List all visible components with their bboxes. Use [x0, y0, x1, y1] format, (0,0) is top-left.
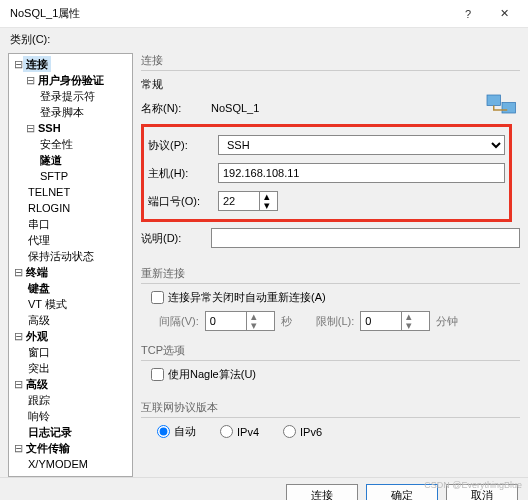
- host-label: 主机(H):: [148, 166, 218, 181]
- protocol-label: 协议(P):: [148, 138, 218, 153]
- reconnect-group: 重新连接 连接异常关闭时自动重新连接(A) 间隔(V): ▴▾ 秒 限制(L):…: [141, 266, 520, 331]
- tree-highlight[interactable]: 突出: [25, 360, 53, 376]
- category-label: 类别(C):: [0, 28, 528, 47]
- tree-advanced2[interactable]: 高级: [23, 376, 51, 392]
- tree-security[interactable]: 安全性: [37, 136, 76, 152]
- connect-button[interactable]: 连接: [286, 484, 358, 500]
- interval-input[interactable]: [206, 312, 246, 330]
- tree-window[interactable]: 窗口: [25, 344, 53, 360]
- tree-login-script[interactable]: 登录脚本: [37, 104, 87, 120]
- tree-vt-mode[interactable]: VT 模式: [25, 296, 70, 312]
- ipver-v4-radio[interactable]: [220, 425, 233, 438]
- spin-down-icon[interactable]: ▾: [260, 201, 274, 210]
- protocol-select[interactable]: SSH: [218, 135, 505, 155]
- tree-logging[interactable]: 日志记录: [25, 424, 75, 440]
- ipver-v4[interactable]: IPv4: [220, 424, 259, 439]
- tree-sftp[interactable]: SFTP: [37, 168, 71, 184]
- port-label: 端口号(O):: [148, 194, 218, 209]
- tree-telnet[interactable]: TELNET: [25, 184, 73, 200]
- watermark: CSDN @EverythingBlue: [424, 480, 522, 490]
- spin-down-icon[interactable]: ▾: [402, 321, 416, 330]
- limit-input[interactable]: [361, 312, 401, 330]
- ipver-auto[interactable]: 自动: [157, 424, 196, 439]
- tree-proxy[interactable]: 代理: [25, 232, 53, 248]
- tree-bell[interactable]: 响铃: [25, 408, 53, 424]
- tree-terminal[interactable]: 终端: [23, 264, 51, 280]
- ipver-group: 互联网协议版本 自动 IPv4 IPv6: [141, 400, 520, 441]
- tree-appearance[interactable]: 外观: [23, 328, 51, 344]
- limit-unit: 分钟: [436, 314, 458, 329]
- tree-keyboard[interactable]: 键盘: [25, 280, 53, 296]
- interval-label: 间隔(V):: [159, 314, 199, 329]
- svg-rect-1: [502, 103, 516, 114]
- tree-file-transfer[interactable]: 文件传输: [23, 440, 73, 456]
- auto-reconnect-label: 连接异常关闭时自动重新连接(A): [168, 290, 326, 305]
- nagle-label: 使用Nagle算法(U): [168, 367, 256, 382]
- tree-keepalive[interactable]: 保持活动状态: [25, 248, 97, 264]
- name-label: 名称(N):: [141, 101, 211, 116]
- interval-unit: 秒: [281, 314, 292, 329]
- desc-input[interactable]: [211, 228, 520, 248]
- tree-auth[interactable]: 用户身份验证: [35, 72, 107, 88]
- category-tree[interactable]: ⊟连接 ⊟用户身份验证 登录提示符 登录脚本 ⊟SSH 安全性 隧道 SFTP: [8, 53, 133, 477]
- tree-tunnel[interactable]: 隧道: [37, 152, 65, 168]
- tree-ssh[interactable]: SSH: [35, 120, 64, 136]
- tree-xymodem[interactable]: X/YMODEM: [25, 456, 91, 472]
- tree-serial[interactable]: 串口: [25, 216, 53, 232]
- port-input[interactable]: [219, 192, 259, 210]
- help-button[interactable]: ?: [450, 1, 486, 27]
- limit-label: 限制(L):: [316, 314, 355, 329]
- interval-spinner[interactable]: ▴▾: [205, 311, 275, 331]
- nagle-checkbox[interactable]: [151, 368, 164, 381]
- tree-advanced[interactable]: 高级: [25, 312, 53, 328]
- panel-title: 连接: [141, 54, 163, 66]
- svg-rect-0: [487, 95, 501, 106]
- desc-label: 说明(D):: [141, 231, 211, 246]
- tcp-heading: TCP选项: [141, 343, 520, 358]
- close-button[interactable]: ✕: [486, 1, 522, 27]
- auto-reconnect-checkbox[interactable]: [151, 291, 164, 304]
- ipver-heading: 互联网协议版本: [141, 400, 520, 415]
- ipver-v6-radio[interactable]: [283, 425, 296, 438]
- port-spinner[interactable]: ▴▾: [218, 191, 278, 211]
- highlighted-settings: 协议(P): SSH 主机(H): 端口号(O): ▴▾: [141, 124, 512, 222]
- title-bar: NoSQL_1属性 ? ✕: [0, 0, 528, 28]
- ipver-auto-radio[interactable]: [157, 425, 170, 438]
- tree-login-prompt[interactable]: 登录提示符: [37, 88, 98, 104]
- ipver-v6[interactable]: IPv6: [283, 424, 322, 439]
- limit-spinner[interactable]: ▴▾: [360, 311, 430, 331]
- tree-tracking[interactable]: 跟踪: [25, 392, 53, 408]
- general-group: 常规 名称(N): NoSQL_1 协议(P): SSH 主机(H): 端口: [141, 77, 520, 254]
- spin-down-icon[interactable]: ▾: [247, 321, 261, 330]
- tree-zmodem[interactable]: ZMODEM: [25, 472, 80, 477]
- reconnect-heading: 重新连接: [141, 266, 520, 281]
- right-panel: 连接 常规 名称(N): NoSQL_1 协议(P): SSH 主机(H):: [141, 53, 520, 477]
- tree-connection[interactable]: 连接: [23, 56, 51, 72]
- host-input[interactable]: [218, 163, 505, 183]
- window-title: NoSQL_1属性: [10, 6, 450, 21]
- tree-rlogin[interactable]: RLOGIN: [25, 200, 73, 216]
- general-heading: 常规: [141, 77, 520, 92]
- tcp-group: TCP选项 使用Nagle算法(U): [141, 343, 520, 388]
- connection-icon[interactable]: [484, 89, 520, 127]
- name-value: NoSQL_1: [211, 102, 484, 114]
